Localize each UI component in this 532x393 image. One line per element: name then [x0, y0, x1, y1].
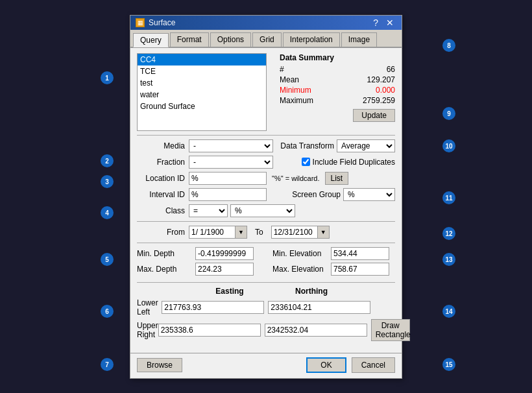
to-label: To	[255, 228, 263, 237]
upper-right-label: Upper Right	[137, 321, 158, 339]
max-elevation-label: Max. Elevation	[272, 265, 331, 274]
close-button[interactable]: ✕	[383, 18, 396, 27]
annotation-2: 2	[101, 154, 114, 167]
lower-left-label: Lower Left	[137, 298, 162, 316]
annotation-9: 9	[442, 107, 455, 120]
annotation-11: 11	[442, 191, 455, 204]
class-label: Class	[137, 206, 189, 215]
from-date-picker-btn[interactable]: ▼	[235, 226, 247, 238]
upper-right-northing-input[interactable]	[265, 324, 367, 337]
tab-format[interactable]: Format	[170, 32, 209, 47]
min-elevation-input[interactable]	[331, 247, 389, 260]
tab-grid[interactable]: Grid	[252, 32, 282, 47]
class-row: Class = %	[137, 204, 395, 217]
screen-group-label: Screen Group	[292, 190, 341, 199]
annotation-12: 12	[442, 227, 455, 240]
help-button[interactable]: ?	[370, 18, 381, 27]
count-value: 66	[350, 65, 395, 74]
surface-list[interactable]: CC4 TCE test water Ground Surface	[137, 53, 267, 131]
dialog-footer: Browse OK Cancel	[130, 353, 402, 378]
mean-value: 129.207	[350, 75, 395, 84]
fraction-row: Fraction - Include Field Duplicates	[137, 156, 395, 169]
annotation-3: 3	[101, 175, 114, 188]
max-depth-input[interactable]	[195, 263, 254, 276]
class-value-select[interactable]: %	[230, 204, 295, 217]
data-transform-select[interactable]: Average	[337, 139, 395, 152]
annotation-14: 14	[442, 305, 455, 318]
app-icon: ▦	[136, 18, 145, 27]
max-depth-label: Max. Depth	[137, 265, 195, 274]
data-transform-label: Data Transform	[280, 141, 334, 150]
tab-interpolation[interactable]: Interpolation	[283, 32, 340, 47]
to-date-field[interactable]: ▼	[271, 226, 330, 239]
list-button[interactable]: List	[325, 172, 349, 185]
tab-options[interactable]: Options	[210, 32, 251, 47]
title-bar: ▦ Surface ? ✕	[130, 16, 402, 30]
media-row: Media - Data Transform Average	[137, 139, 395, 152]
tab-image[interactable]: Image	[341, 32, 377, 47]
from-date-field[interactable]: ▼	[189, 226, 247, 239]
annotation-13: 13	[442, 253, 455, 266]
update-button[interactable]: Update	[353, 109, 395, 122]
annotation-7: 7	[101, 358, 114, 371]
from-label: From	[137, 228, 189, 237]
upper-right-row: Upper Right DrawRectangle	[137, 319, 395, 341]
media-select[interactable]: -	[189, 139, 273, 152]
ok-button[interactable]: OK	[306, 357, 346, 373]
class-operator-select[interactable]: =	[189, 204, 228, 217]
min-elevation-label: Min. Elevation	[272, 249, 331, 258]
max-elevation-input[interactable]	[331, 263, 389, 276]
list-item[interactable]: test	[138, 77, 266, 89]
list-item[interactable]: Ground Surface	[138, 101, 266, 112]
tab-bar: Query Format Options Grid Interpolation …	[130, 30, 402, 48]
data-summary-panel: Data Summary # 66 Mean 129.207 Minimum 0…	[273, 53, 395, 131]
list-item[interactable]: TCE	[138, 66, 266, 77]
annotation-10: 10	[442, 139, 455, 152]
media-label: Media	[137, 141, 189, 150]
annotation-1: 1	[101, 71, 114, 84]
min-depth-label: Min. Depth	[137, 249, 195, 258]
screen-group-select[interactable]: %	[343, 188, 395, 201]
maximum-value: 2759.259	[350, 96, 395, 105]
annotation-8: 8	[442, 39, 455, 52]
location-id-label: Location ID	[137, 174, 189, 183]
draw-rectangle-button[interactable]: DrawRectangle	[371, 319, 410, 341]
cancel-button[interactable]: Cancel	[352, 357, 395, 373]
minimum-label: Minimum	[280, 86, 319, 95]
interval-id-input[interactable]	[189, 188, 267, 201]
annotation-15: 15	[442, 358, 455, 371]
lower-left-easting-input[interactable]	[162, 301, 264, 314]
northing-header: Northing	[271, 287, 352, 296]
count-label: #	[280, 65, 319, 74]
interval-id-row: Interval ID Screen Group %	[137, 188, 395, 201]
include-field-duplicates-checkbox[interactable]	[302, 158, 310, 166]
fraction-select[interactable]: -	[189, 156, 273, 169]
minimum-value: 0.000	[350, 86, 395, 95]
coordinates-section: Easting Northing Lower Left Upper Right …	[137, 287, 395, 341]
depth-elevation-section: Min. Depth Max. Depth Min. Elevation Max…	[137, 247, 395, 278]
upper-right-easting-input[interactable]	[158, 324, 261, 337]
annotation-4: 4	[101, 206, 114, 219]
mean-label: Mean	[280, 75, 319, 84]
location-id-row: Location ID "%" = wildcard. List	[137, 172, 395, 185]
from-date-input[interactable]	[189, 226, 235, 238]
tab-query[interactable]: Query	[133, 33, 169, 47]
lower-left-northing-input[interactable]	[268, 301, 370, 314]
maximum-label: Maximum	[280, 96, 319, 105]
min-depth-input[interactable]	[195, 247, 254, 260]
lower-left-row: Lower Left	[137, 298, 395, 316]
to-date-input[interactable]	[272, 226, 317, 238]
browse-button[interactable]: Browse	[137, 358, 182, 372]
dialog-title: Surface	[149, 18, 175, 27]
date-range-row: From ▼ To ▼	[137, 226, 395, 239]
easting-header: Easting	[189, 287, 271, 296]
list-item[interactable]: water	[138, 89, 266, 101]
data-summary-title: Data Summary	[280, 53, 395, 62]
include-field-duplicates-label: Include Field Duplicates	[302, 158, 395, 167]
annotation-5: 5	[101, 253, 114, 266]
interval-id-label: Interval ID	[137, 190, 189, 199]
to-date-picker-btn[interactable]: ▼	[317, 226, 329, 238]
list-item[interactable]: CC4	[138, 54, 266, 66]
annotation-6: 6	[101, 305, 114, 318]
location-id-input[interactable]	[189, 172, 267, 185]
